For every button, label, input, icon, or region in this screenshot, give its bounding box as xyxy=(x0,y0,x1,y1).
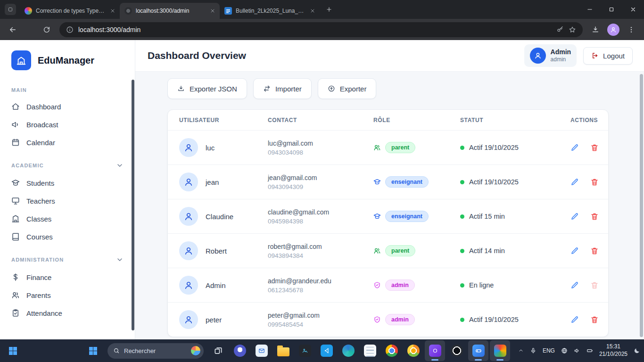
network-tray-button[interactable] xyxy=(561,347,568,354)
hidden-icons-button[interactable] xyxy=(518,348,524,354)
mail-app-button[interactable] xyxy=(251,340,272,361)
item-label: Classes xyxy=(26,215,51,223)
sidebar-item-dashboard[interactable]: Dashboard xyxy=(0,98,135,115)
chevron-down-icon[interactable] xyxy=(116,162,124,169)
column-header: UTILISATEUR xyxy=(179,117,268,123)
person-icon xyxy=(184,315,193,324)
microphone-tray-button[interactable] xyxy=(530,347,537,354)
vscode-button[interactable] xyxy=(316,340,337,361)
start-button[interactable] xyxy=(83,340,103,361)
password-key-icon[interactable] xyxy=(556,26,564,33)
edge-button[interactable] xyxy=(338,340,358,361)
sidebar-item-finance[interactable]: Finance xyxy=(0,268,135,286)
downloads-button[interactable] xyxy=(587,22,603,38)
media-app-button[interactable] xyxy=(490,340,510,361)
chrome-button[interactable] xyxy=(381,340,402,361)
edit-button[interactable] xyxy=(570,247,579,255)
pencil-icon xyxy=(570,212,579,221)
status-dot xyxy=(460,249,464,253)
sidebar-item-calendar[interactable]: Calendar xyxy=(0,133,135,151)
clock-time: 15:31 xyxy=(599,343,627,351)
delete-button[interactable] xyxy=(590,315,599,324)
purple-app-button[interactable] xyxy=(425,340,445,361)
taskbar-search[interactable]: Rechercher xyxy=(107,343,204,359)
sidebar-item-courses[interactable]: Courses xyxy=(0,228,135,246)
tab-bulletin[interactable]: Bulletin_2Lk2025_Luna_21-10-2... xyxy=(220,3,320,19)
game-app-button[interactable] xyxy=(468,340,488,361)
sidebar-item-parents[interactable]: Parents xyxy=(0,286,135,304)
url-text[interactable]: localhost:3000/admin xyxy=(78,26,552,33)
user-email: claudine@gmail.com xyxy=(268,208,373,216)
widgets-button[interactable] xyxy=(3,340,23,361)
edit-button[interactable] xyxy=(570,281,579,289)
sidebar-item-broadcast[interactable]: Broadcast xyxy=(0,115,135,133)
export-button[interactable]: Exporter xyxy=(318,78,377,99)
close-window-button[interactable] xyxy=(622,0,644,19)
status-dot xyxy=(460,146,464,150)
focus-assist-button[interactable] xyxy=(634,347,640,354)
tab-typescript[interactable]: Correction de types TypeScript xyxy=(20,3,120,19)
bookmark-star-icon[interactable] xyxy=(569,26,576,33)
status-dot xyxy=(460,180,464,184)
item-label: Attendance xyxy=(26,309,62,317)
building-icon xyxy=(11,214,20,223)
language-indicator[interactable]: ENG xyxy=(543,347,555,354)
minimize-button[interactable] xyxy=(579,0,601,19)
edit-button[interactable] xyxy=(570,143,579,152)
delete-button[interactable] xyxy=(590,143,599,152)
user-chip[interactable]: Admin admin xyxy=(524,44,577,67)
maximize-button[interactable] xyxy=(601,0,622,19)
logout-button[interactable]: Logout xyxy=(583,47,633,65)
edit-button[interactable] xyxy=(570,315,579,324)
chat-app-button[interactable] xyxy=(230,340,250,361)
pencil-icon xyxy=(570,143,579,152)
section-label-academic[interactable]: ACADEMIC xyxy=(0,151,135,174)
chevron-down-icon[interactable] xyxy=(116,256,124,263)
export-json-button[interactable]: Exporter JSON xyxy=(167,78,247,99)
tab-close-icon[interactable] xyxy=(108,7,117,15)
tab-close-icon[interactable] xyxy=(208,7,217,15)
tab-close-icon[interactable] xyxy=(308,7,317,15)
browser-window-icon[interactable] xyxy=(5,4,16,15)
volume-tray-button[interactable] xyxy=(574,347,580,354)
sidebar-item-attendance[interactable]: Attendance xyxy=(0,304,135,322)
graduation-cap-icon xyxy=(373,213,381,220)
page-scrollbar[interactable] xyxy=(640,74,643,337)
tab-localhost-admin[interactable]: localhost:3000/admin xyxy=(120,3,220,19)
file-explorer-button[interactable] xyxy=(273,340,293,361)
obs-button[interactable] xyxy=(446,340,467,361)
section-label-administration[interactable]: ADMINISTRATION xyxy=(0,246,135,268)
import-button[interactable]: Importer xyxy=(253,78,312,99)
role-badge: parent xyxy=(385,142,415,153)
notepad-button[interactable] xyxy=(360,340,380,361)
delete-button[interactable] xyxy=(590,212,599,221)
delete-button[interactable] xyxy=(590,178,599,186)
back-button[interactable] xyxy=(5,22,21,38)
role-cell: enseignant xyxy=(373,176,460,188)
sidebar-item-teachers[interactable]: Teachers xyxy=(0,192,135,210)
new-tab-button[interactable] xyxy=(322,3,336,16)
tab-title: localhost:3000/admin xyxy=(136,8,205,14)
delete-button[interactable] xyxy=(590,247,599,255)
table-row: luc luc@gmail.com 0943034098 parent xyxy=(168,130,608,165)
edit-button[interactable] xyxy=(570,212,579,221)
minimize-icon xyxy=(586,6,593,13)
battery-tray-button[interactable] xyxy=(586,347,593,354)
section-text: ADMINISTRATION xyxy=(11,257,64,263)
browser-profile-avatar[interactable] xyxy=(607,24,619,36)
photos-app-button[interactable] xyxy=(295,340,315,361)
trash-icon xyxy=(590,212,599,221)
sidebar-scrollbar[interactable] xyxy=(132,80,134,330)
sidebar-item-students[interactable]: Students xyxy=(0,174,135,192)
chrome-canary-button[interactable] xyxy=(403,340,423,361)
browser-menu-button[interactable] xyxy=(623,22,639,38)
url-bar[interactable]: localhost:3000/admin xyxy=(59,22,583,37)
status-text: En ligne xyxy=(469,281,494,289)
task-view-button[interactable] xyxy=(208,340,228,361)
site-info-icon[interactable] xyxy=(66,26,74,33)
reload-button[interactable] xyxy=(39,22,55,38)
sidebar-item-classes[interactable]: Classes xyxy=(0,210,135,228)
edit-button[interactable] xyxy=(570,178,579,186)
taskbar-clock[interactable]: 15:31 21/10/2025 xyxy=(599,343,627,358)
main-area: Dashboard Overview Admin admin Logout xyxy=(135,40,644,339)
